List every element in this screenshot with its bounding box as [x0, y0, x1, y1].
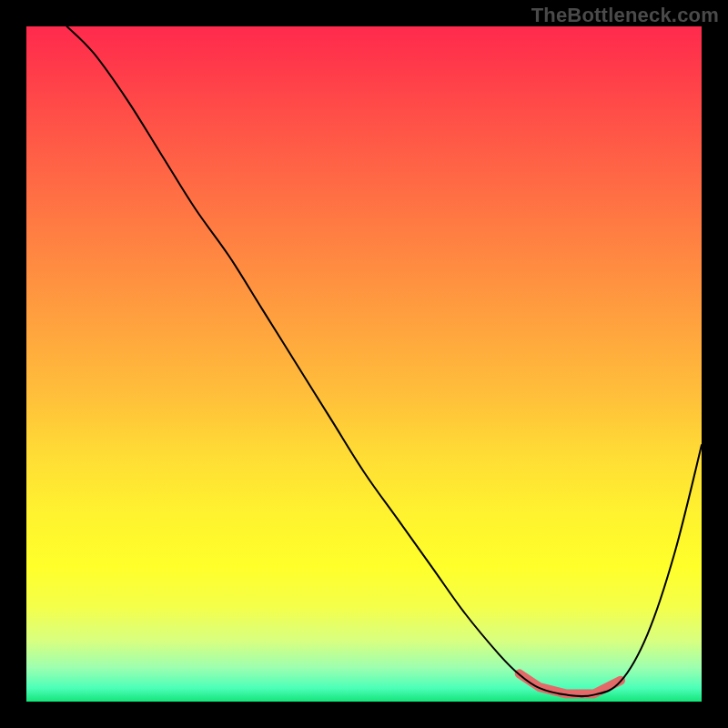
- chart-overlay: [26, 26, 702, 702]
- watermark-text: TheBottleneck.com: [531, 4, 719, 27]
- bottleneck-curve-line: [67, 26, 703, 696]
- chart-frame: TheBottleneck.com: [0, 0, 728, 728]
